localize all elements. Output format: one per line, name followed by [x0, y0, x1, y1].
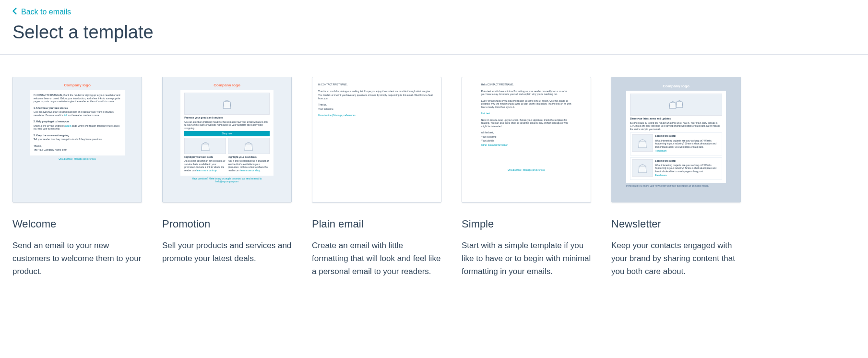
mini-image-placeholder: [184, 93, 269, 115]
template-title: Welcome: [12, 218, 142, 230]
template-description: Create an email with little formatting t…: [312, 239, 441, 278]
template-title: Promotion: [162, 218, 292, 230]
mini-footer: Invite people to share your newsletter w…: [626, 184, 726, 188]
template-description: Sell your products and services and prom…: [162, 239, 292, 265]
mini-image-placeholder: [630, 94, 722, 116]
template-card-promotion[interactable]: Company logo Promote your goods and serv…: [162, 77, 292, 278]
template-thumbnail: Company logo Promote your goods and serv…: [162, 77, 292, 203]
template-card-welcome[interactable]: Company logo Hi CONTACT.FIRSTNAME, thank…: [12, 77, 142, 278]
template-thumbnail: Company logo Hi CONTACT.FIRSTNAME, thank…: [12, 77, 142, 203]
mini-article-card: Spread the word What interesting project…: [630, 132, 722, 155]
page-header: Back to emails Select a template: [0, 0, 868, 54]
mini-cta-button: Shop now: [184, 131, 269, 136]
mini-article-title: Spread the word: [655, 134, 720, 138]
template-grid: Company logo Hi CONTACT.FIRSTNAME, thank…: [0, 55, 868, 293]
mini-footer: Have questions? Make it easy for people …: [180, 178, 273, 183]
template-description: Start with a simple template if you like…: [462, 239, 591, 278]
template-thumbnail: Hello CONTACT.FIRSTNAME, Plain text emai…: [462, 77, 591, 203]
mini-subheading: Highlight your best deals: [228, 155, 257, 158]
mini-unsubscribe: Unsubscribe | Manage preferences: [318, 114, 435, 117]
mini-read-more: Read more: [655, 149, 720, 153]
template-card-plain[interactable]: Hi CONTACT.FIRSTNAME, Thanks so much for…: [312, 77, 441, 278]
page-title: Select a template: [12, 22, 856, 43]
back-to-emails-link[interactable]: Back to emails: [12, 8, 71, 16]
template-description: Keep your contacts engaged with your bra…: [611, 239, 741, 278]
mini-panel: Share your latest news and updates Set t…: [626, 91, 726, 182]
template-title: Newsletter: [611, 218, 741, 230]
mini-image-placeholder: [228, 138, 270, 154]
mini-heading: Promote your goods and services: [184, 116, 223, 119]
template-description: Send an email to your new customers to w…: [12, 239, 142, 278]
template-card-simple[interactable]: Hello CONTACT.FIRSTNAME, Plain text emai…: [462, 77, 591, 278]
back-link-label: Back to emails: [21, 8, 71, 16]
mini-heading: Share your latest news and updates: [630, 117, 671, 120]
mini-logo: Company logo: [18, 83, 137, 88]
mini-footer-link: Unsubscribe | Manage preferences: [18, 157, 137, 161]
template-thumbnail: Hi CONTACT.FIRSTNAME, Thanks so much for…: [312, 77, 441, 203]
mini-panel: Promote your goods and services Use an a…: [180, 90, 273, 176]
template-thumbnail: Company logo Share your latest news and …: [611, 77, 741, 203]
mini-image-placeholder: [184, 138, 226, 154]
template-card-newsletter[interactable]: Company logo Share your latest news and …: [611, 77, 741, 278]
template-title: Plain email: [312, 218, 441, 230]
mini-read-more: Read more: [655, 174, 720, 177]
mini-footer-link: Unsubscribe | Manage preferences: [481, 168, 571, 172]
mini-subheading: Highlight your best deals: [184, 155, 213, 158]
mini-logo: Company logo: [626, 84, 726, 89]
chevron-left-icon: [12, 8, 17, 16]
mini-logo: Company logo: [180, 83, 273, 88]
mini-panel: Hi CONTACT.FIRSTNAME, thank the reader f…: [30, 90, 125, 155]
mini-article-card: Spread the word What interesting project…: [630, 157, 722, 180]
template-title: Simple: [462, 218, 591, 230]
mini-article-title: Spread the word: [655, 159, 720, 163]
